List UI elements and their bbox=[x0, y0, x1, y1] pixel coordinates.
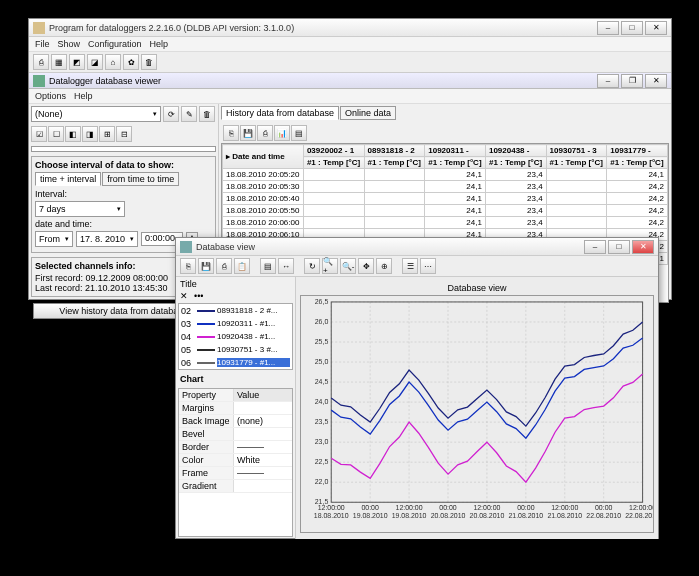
prop-value[interactable] bbox=[234, 480, 292, 492]
viewer-restore-button[interactable]: ❐ bbox=[621, 74, 643, 88]
chart-min-button[interactable]: – bbox=[584, 240, 606, 254]
close-button[interactable]: ✕ bbox=[645, 21, 667, 35]
series-list[interactable]: 0208931818 - 2 #...0310920311 - #1...041… bbox=[178, 303, 293, 370]
tree-btn-1[interactable]: ⟳ bbox=[163, 106, 179, 122]
ct-btn-11[interactable]: ⊕ bbox=[376, 258, 392, 274]
prop-value[interactable]: ——— bbox=[234, 467, 292, 479]
chart-area[interactable]: Database view 21,522,022,523,023,524,024… bbox=[296, 277, 658, 539]
tab-history-data[interactable]: History data from database bbox=[221, 106, 339, 120]
prop-name: Margins bbox=[179, 402, 234, 414]
interval-title: Choose interval of data to show: bbox=[35, 160, 212, 170]
hist-tool-4[interactable]: 📊 bbox=[274, 125, 290, 141]
ct-btn-12[interactable]: ☰ bbox=[402, 258, 418, 274]
device-tree[interactable]: −▣ Database−▣ 03920002 - 1⊸ #1 : Temp [°… bbox=[31, 146, 216, 152]
col-header[interactable]: 10930751 - 3 bbox=[546, 145, 607, 157]
tree-tool-6[interactable]: ⊟ bbox=[116, 126, 132, 142]
col-header[interactable]: 10920311 - bbox=[425, 145, 486, 157]
toolbar-btn-6[interactable]: ✿ bbox=[123, 54, 139, 70]
property-grid[interactable]: Property Value MarginsBack Image(none)Be… bbox=[178, 388, 293, 537]
sub-header[interactable]: #1 : Temp [°C] bbox=[303, 157, 364, 169]
col-header[interactable]: 10920438 - bbox=[485, 145, 546, 157]
tree-root[interactable]: Database bbox=[57, 150, 96, 152]
toolbar-btn-1[interactable]: ⎙ bbox=[33, 54, 49, 70]
col-header[interactable]: 08931818 - 2 bbox=[364, 145, 425, 157]
cell-value bbox=[364, 205, 425, 217]
prop-value[interactable]: White bbox=[234, 454, 292, 466]
series-label[interactable]: 10920438 - #1... bbox=[217, 332, 290, 341]
menu-show[interactable]: Show bbox=[58, 39, 81, 49]
prop-value[interactable]: (none) bbox=[234, 415, 292, 427]
toolbar-btn-7[interactable]: 🗑 bbox=[141, 54, 157, 70]
sub-header[interactable]: #1 : Temp [°C] bbox=[364, 157, 425, 169]
tree-tool-3[interactable]: ◧ bbox=[65, 126, 81, 142]
chart-close-button[interactable]: ✕ bbox=[632, 240, 654, 254]
viewer-close-button[interactable]: ✕ bbox=[645, 74, 667, 88]
tree-tool-1[interactable]: ☑ bbox=[31, 126, 47, 142]
ct-btn-10[interactable]: ✥ bbox=[358, 258, 374, 274]
ct-btn-3[interactable]: ⎙ bbox=[216, 258, 232, 274]
series-label[interactable]: 10920311 - #1... bbox=[217, 319, 290, 328]
menu-options[interactable]: Options bbox=[35, 91, 66, 101]
tree-btn-3[interactable]: 🗑 bbox=[199, 106, 215, 122]
chart-plot[interactable]: 21,522,022,523,023,524,024,525,025,526,0… bbox=[300, 295, 654, 533]
series-label[interactable]: 10931779 - #1... bbox=[217, 358, 290, 367]
cell-value bbox=[303, 169, 364, 181]
ct-btn-13[interactable]: ⋯ bbox=[420, 258, 436, 274]
series-label[interactable]: 10930751 - 3 #... bbox=[217, 345, 290, 354]
ct-btn-7[interactable]: ↻ bbox=[304, 258, 320, 274]
prop-value[interactable] bbox=[234, 428, 292, 440]
interval-label: Interval: bbox=[35, 189, 212, 199]
ct-btn-5[interactable]: ▤ bbox=[260, 258, 276, 274]
menu-configuration[interactable]: Configuration bbox=[88, 39, 142, 49]
ct-btn-6[interactable]: ↔ bbox=[278, 258, 294, 274]
sub-header[interactable]: #1 : Temp [°C] bbox=[485, 157, 546, 169]
sub-header[interactable]: #1 : Temp [°C] bbox=[546, 157, 607, 169]
ct-btn-4[interactable]: 📋 bbox=[234, 258, 250, 274]
toolbar-btn-3[interactable]: ◩ bbox=[69, 54, 85, 70]
hist-tool-5[interactable]: ▤ bbox=[291, 125, 307, 141]
toolbar-btn-5[interactable]: ⌂ bbox=[105, 54, 121, 70]
tree-tool-4[interactable]: ◨ bbox=[82, 126, 98, 142]
prop-name: Frame bbox=[179, 467, 234, 479]
cell-datetime: 18.08.2010 20:05:20 bbox=[223, 169, 304, 181]
hist-tool-2[interactable]: 💾 bbox=[240, 125, 256, 141]
toolbar-btn-2[interactable]: ▦ bbox=[51, 54, 67, 70]
sub-header[interactable]: #1 : Temp [°C] bbox=[425, 157, 486, 169]
tab-time-interval[interactable]: time + interval bbox=[35, 172, 101, 186]
prop-value[interactable]: ——— bbox=[234, 441, 292, 453]
series-label[interactable]: 08931818 - 2 #... bbox=[217, 306, 290, 315]
tree-tool-5[interactable]: ⊞ bbox=[99, 126, 115, 142]
from-combo[interactable]: From bbox=[35, 231, 73, 247]
datetime-label: date and time: bbox=[35, 219, 212, 229]
device-combo[interactable]: (None) bbox=[31, 106, 161, 122]
hist-tool-3[interactable]: ⎙ bbox=[257, 125, 273, 141]
sub-header[interactable]: #1 : Temp [°C] bbox=[607, 157, 668, 169]
hist-tool-1[interactable]: ⎘ bbox=[223, 125, 239, 141]
menu-file[interactable]: File bbox=[35, 39, 50, 49]
cell-value: 23,4 bbox=[485, 181, 546, 193]
ct-btn-1[interactable]: ⎘ bbox=[180, 258, 196, 274]
tab-from-to[interactable]: from time to time bbox=[102, 172, 179, 186]
cell-value: 23,4 bbox=[485, 205, 546, 217]
tree-expand-icon[interactable]: − bbox=[34, 151, 43, 153]
ct-btn-2[interactable]: 💾 bbox=[198, 258, 214, 274]
prop-value[interactable] bbox=[234, 402, 292, 414]
col-header[interactable]: 03920002 - 1 bbox=[303, 145, 364, 157]
chart-max-button[interactable]: □ bbox=[608, 240, 630, 254]
svg-text:12:00:00: 12:00:00 bbox=[396, 504, 423, 511]
chart-title: Database view bbox=[300, 283, 654, 293]
tree-btn-2[interactable]: ✎ bbox=[181, 106, 197, 122]
toolbar-btn-4[interactable]: ◪ bbox=[87, 54, 103, 70]
col-header[interactable]: 10931779 - bbox=[607, 145, 668, 157]
menu-help-viewer[interactable]: Help bbox=[74, 91, 93, 101]
maximize-button[interactable]: □ bbox=[621, 21, 643, 35]
minimize-button[interactable]: – bbox=[597, 21, 619, 35]
tab-online-data[interactable]: Online data bbox=[340, 106, 396, 120]
viewer-min-button[interactable]: – bbox=[597, 74, 619, 88]
menu-help[interactable]: Help bbox=[150, 39, 169, 49]
date-input[interactable]: 17. 8. 2010 bbox=[76, 231, 138, 247]
interval-combo[interactable]: 7 days bbox=[35, 201, 125, 217]
ct-btn-9[interactable]: 🔍- bbox=[340, 258, 356, 274]
ct-btn-8[interactable]: 🔍+ bbox=[322, 258, 338, 274]
tree-tool-2[interactable]: ☐ bbox=[48, 126, 64, 142]
